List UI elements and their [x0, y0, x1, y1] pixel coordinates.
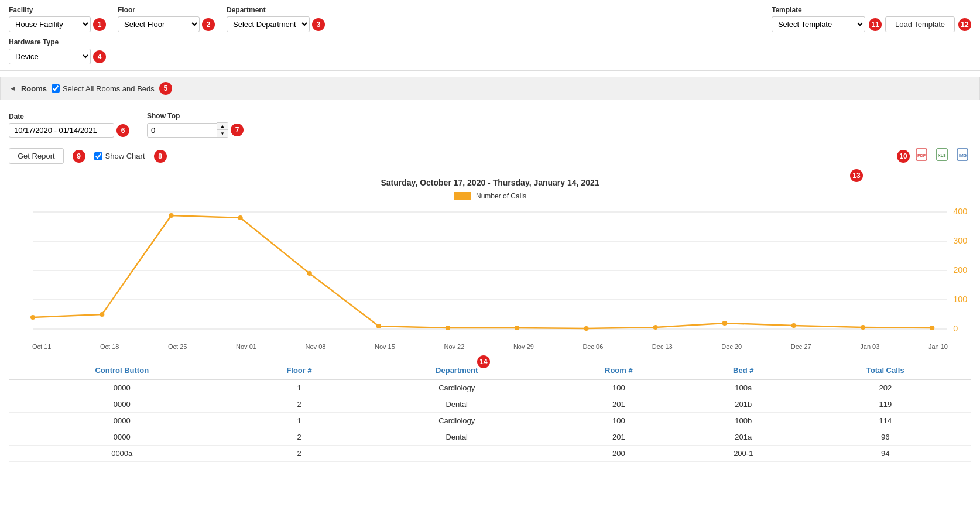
date-group: Date 6 [9, 112, 129, 138]
facility-select[interactable]: House Facility [9, 16, 91, 32]
col-header-department: Department [364, 361, 550, 380]
svg-text:IMG: IMG [959, 153, 967, 157]
x-label-11: Dec 27 [791, 343, 811, 350]
legend-label: Number of Calls [476, 192, 526, 200]
floor-label: Floor [118, 6, 215, 14]
export-pdf-button[interactable]: PDF [913, 146, 930, 166]
pdf-icon: PDF [915, 148, 928, 161]
badge-2: 2 [202, 18, 215, 31]
svg-point-17 [100, 312, 104, 317]
badge-13: 13 [850, 169, 863, 182]
badge-4: 4 [93, 50, 106, 63]
table-cell: 114 [800, 413, 971, 429]
showtop-spinners: ▲ ▼ [217, 122, 228, 138]
table-cell: 0000 [9, 429, 235, 446]
department-select[interactable]: Select Department [227, 16, 310, 32]
svg-text:400: 400 [953, 207, 967, 216]
table-section: 14 Control Button Floor # Department Roo… [0, 355, 980, 468]
department-group: Department Select Department 3 [227, 6, 325, 32]
badge-12: 12 [958, 18, 971, 31]
svg-point-24 [584, 326, 588, 331]
svg-point-16 [30, 315, 35, 320]
svg-text:0: 0 [953, 324, 958, 333]
x-label-10: Dec 20 [721, 343, 742, 350]
x-label-2: Oct 25 [168, 343, 187, 350]
date-input[interactable] [9, 123, 114, 138]
svg-point-27 [791, 323, 796, 328]
department-label: Department [227, 6, 325, 14]
table-cell: 96 [800, 429, 971, 446]
badge-6: 6 [116, 124, 129, 137]
show-chart-checkbox[interactable] [94, 152, 102, 160]
badge-1: 1 [93, 18, 106, 31]
date-label: Date [9, 112, 129, 121]
svg-text:PDF: PDF [917, 153, 926, 157]
table-cell: 0000a [9, 446, 235, 462]
x-label-12: Jan 03 [860, 343, 879, 350]
select-all-rooms-checkbox[interactable] [52, 84, 60, 93]
chart-wrapper: 400 300 200 100 0 [9, 206, 971, 341]
image-icon: IMG [956, 148, 969, 161]
badge-9: 9 [73, 150, 85, 163]
badge-10: 10 [897, 150, 910, 163]
hardware-type-select[interactable]: Device [9, 49, 91, 64]
export-excel-button[interactable]: XLS [933, 146, 951, 166]
facility-group: Facility House Facility 1 [9, 6, 106, 32]
svg-point-29 [930, 326, 934, 330]
table-row: 0000a2200200-194 [9, 446, 971, 462]
template-select[interactable]: Select Template [772, 16, 865, 32]
badge-14: 14 [477, 355, 490, 368]
table-cell: 2 [235, 446, 363, 462]
table-row: 00002Dental201201b119 [9, 396, 971, 413]
x-label-8: Dec 06 [582, 343, 603, 350]
chart-title: Saturday, October 17, 2020 - Thursday, J… [9, 178, 971, 187]
table-cell: Dental [364, 396, 550, 413]
controls-section: Date 6 Show Top ▲ ▼ 7 Get Repo [0, 106, 980, 172]
badge-8: 8 [154, 150, 167, 163]
table-cell: 0000 [9, 396, 235, 413]
table-cell: Cardiology [364, 413, 550, 429]
showtop-wrap: ▲ ▼ [147, 122, 228, 138]
x-label-6: Nov 22 [444, 343, 464, 350]
x-label-9: Dec 13 [652, 343, 673, 350]
data-table: Control Button Floor # Department Room #… [9, 361, 971, 462]
show-chart-label: Show Chart [105, 152, 145, 160]
table-cell: 2 [235, 429, 363, 446]
table-cell: 200-1 [687, 446, 800, 462]
x-label-5: Nov 15 [375, 343, 395, 350]
showtop-up-button[interactable]: ▲ [217, 123, 228, 130]
badge-11: 11 [869, 18, 882, 31]
export-image-button[interactable]: IMG [954, 146, 971, 166]
x-label-3: Nov 01 [236, 343, 256, 350]
floor-select[interactable]: Select Floor [118, 16, 200, 32]
svg-point-20 [307, 271, 312, 276]
table-row: 00001Cardiology100100a202 [9, 380, 971, 396]
svg-point-22 [446, 326, 450, 330]
table-cell: 201 [550, 429, 687, 446]
showtop-input[interactable] [147, 123, 217, 138]
table-cell: 100 [550, 413, 687, 429]
svg-text:300: 300 [953, 236, 967, 245]
table-cell: 0000 [9, 413, 235, 429]
table-header-row: Control Button Floor # Department Room #… [9, 361, 971, 380]
template-area: Template Select Template 11 Load Templat… [772, 6, 971, 32]
rooms-bar: ◄ Rooms Select All Rooms and Beds 5 [0, 77, 980, 100]
table-cell [364, 446, 550, 462]
rooms-label: Rooms [21, 84, 47, 93]
showtop-down-button[interactable]: ▼ [217, 130, 228, 137]
showtop-group: Show Top ▲ ▼ 7 [147, 112, 244, 138]
x-labels: Oct 11 Oct 18 Oct 25 Nov 01 Nov 08 Nov 1… [9, 341, 971, 352]
table-cell: 202 [800, 380, 971, 396]
get-report-button[interactable]: Get Report [9, 148, 64, 164]
x-label-7: Nov 29 [513, 343, 534, 350]
badge-3: 3 [312, 18, 325, 31]
table-cell: 100a [687, 380, 800, 396]
x-label-0: Oct 11 [32, 343, 51, 350]
load-template-button[interactable]: Load Template [885, 16, 955, 32]
table-cell: 200 [550, 446, 687, 462]
controls-row1: Date 6 Show Top ▲ ▼ 7 [9, 112, 971, 138]
rooms-arrow[interactable]: ◄ [9, 84, 16, 93]
col-header-bed: Bed # [687, 361, 800, 380]
chart-section: 13 Saturday, October 17, 2020 - Thursday… [0, 172, 980, 355]
table-row: 00001Cardiology100100b114 [9, 413, 971, 429]
